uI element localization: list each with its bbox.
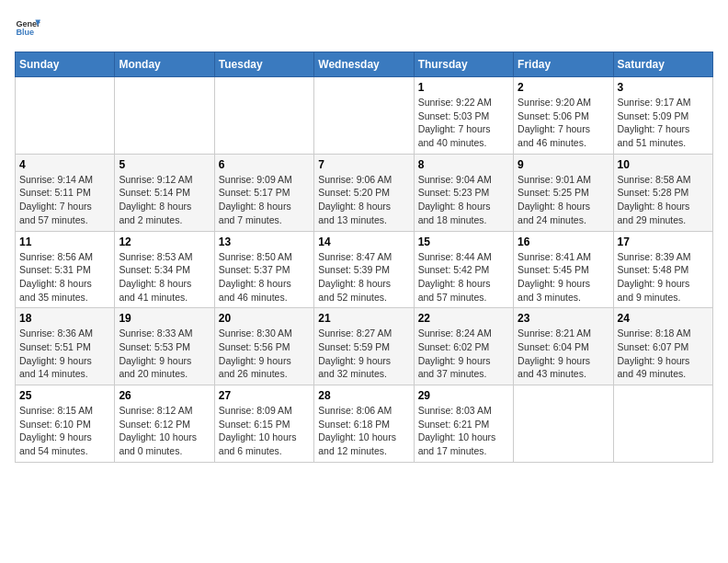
- day-number: 16: [518, 236, 609, 248]
- day-info: Sunrise: 8:15 AM Sunset: 6:10 PM Dayligh…: [19, 404, 110, 458]
- calendar-cell: 27Sunrise: 8:09 AM Sunset: 6:15 PM Dayli…: [214, 385, 313, 463]
- day-info: Sunrise: 8:09 AM Sunset: 6:15 PM Dayligh…: [219, 404, 310, 458]
- day-number: 19: [119, 312, 210, 325]
- calendar-week-3: 11Sunrise: 8:56 AM Sunset: 5:31 PM Dayli…: [16, 231, 713, 308]
- calendar-cell: 3Sunrise: 9:17 AM Sunset: 5:09 PM Daylig…: [613, 77, 712, 155]
- day-number: 27: [219, 389, 310, 402]
- calendar-cell: 25Sunrise: 8:15 AM Sunset: 6:10 PM Dayli…: [16, 385, 115, 463]
- day-info: Sunrise: 9:12 AM Sunset: 5:14 PM Dayligh…: [119, 173, 210, 227]
- calendar-cell: [613, 385, 712, 463]
- day-info: Sunrise: 9:01 AM Sunset: 5:25 PM Dayligh…: [518, 173, 609, 227]
- day-info: Sunrise: 8:03 AM Sunset: 6:21 PM Dayligh…: [418, 404, 509, 458]
- calendar-cell: 23Sunrise: 8:21 AM Sunset: 6:04 PM Dayli…: [514, 308, 613, 385]
- day-info: Sunrise: 8:21 AM Sunset: 6:04 PM Dayligh…: [518, 327, 609, 381]
- day-info: Sunrise: 9:20 AM Sunset: 5:06 PM Dayligh…: [518, 96, 609, 150]
- day-info: Sunrise: 8:44 AM Sunset: 5:42 PM Dayligh…: [418, 250, 509, 304]
- day-number: 25: [19, 389, 110, 402]
- day-info: Sunrise: 9:09 AM Sunset: 5:17 PM Dayligh…: [219, 173, 310, 227]
- calendar-week-2: 4Sunrise: 9:14 AM Sunset: 5:11 PM Daylig…: [16, 154, 713, 231]
- day-number: 24: [618, 312, 709, 325]
- day-info: Sunrise: 8:12 AM Sunset: 6:12 PM Dayligh…: [119, 404, 210, 458]
- calendar-cell: 6Sunrise: 9:09 AM Sunset: 5:17 PM Daylig…: [214, 154, 313, 231]
- weekday-header-wednesday: Wednesday: [314, 52, 414, 77]
- calendar-cell: 26Sunrise: 8:12 AM Sunset: 6:12 PM Dayli…: [115, 385, 214, 463]
- day-number: 26: [119, 389, 210, 402]
- day-number: 28: [318, 389, 409, 402]
- calendar-cell: 4Sunrise: 9:14 AM Sunset: 5:11 PM Daylig…: [16, 154, 115, 231]
- calendar-cell: 7Sunrise: 9:06 AM Sunset: 5:20 PM Daylig…: [314, 154, 414, 231]
- calendar-cell: 16Sunrise: 8:41 AM Sunset: 5:45 PM Dayli…: [514, 231, 613, 308]
- day-info: Sunrise: 9:22 AM Sunset: 5:03 PM Dayligh…: [418, 96, 509, 150]
- day-number: 18: [19, 312, 110, 325]
- day-number: 20: [219, 312, 310, 325]
- day-info: Sunrise: 8:56 AM Sunset: 5:31 PM Dayligh…: [19, 250, 110, 304]
- day-number: 7: [318, 158, 409, 171]
- calendar-cell: 12Sunrise: 8:53 AM Sunset: 5:34 PM Dayli…: [115, 231, 214, 308]
- calendar-cell: 1Sunrise: 9:22 AM Sunset: 5:03 PM Daylig…: [414, 77, 513, 155]
- calendar-cell: 20Sunrise: 8:30 AM Sunset: 5:56 PM Dayli…: [214, 308, 313, 385]
- calendar-cell: 5Sunrise: 9:12 AM Sunset: 5:14 PM Daylig…: [115, 154, 214, 231]
- calendar-cell: 21Sunrise: 8:27 AM Sunset: 5:59 PM Dayli…: [314, 308, 414, 385]
- day-info: Sunrise: 8:39 AM Sunset: 5:48 PM Dayligh…: [618, 250, 709, 304]
- calendar-cell: [16, 77, 115, 155]
- day-info: Sunrise: 8:30 AM Sunset: 5:56 PM Dayligh…: [219, 327, 310, 381]
- calendar-cell: 22Sunrise: 8:24 AM Sunset: 6:02 PM Dayli…: [414, 308, 513, 385]
- day-info: Sunrise: 8:27 AM Sunset: 5:59 PM Dayligh…: [318, 327, 409, 381]
- weekday-header-saturday: Saturday: [613, 52, 712, 77]
- calendar-cell: [214, 77, 313, 155]
- day-info: Sunrise: 8:53 AM Sunset: 5:34 PM Dayligh…: [119, 250, 210, 304]
- logo-icon: General Blue: [15, 15, 40, 40]
- calendar-cell: 2Sunrise: 9:20 AM Sunset: 5:06 PM Daylig…: [514, 77, 613, 155]
- day-info: Sunrise: 9:17 AM Sunset: 5:09 PM Dayligh…: [618, 96, 709, 150]
- calendar-cell: 9Sunrise: 9:01 AM Sunset: 5:25 PM Daylig…: [514, 154, 613, 231]
- calendar-cell: 14Sunrise: 8:47 AM Sunset: 5:39 PM Dayli…: [314, 231, 414, 308]
- day-info: Sunrise: 9:14 AM Sunset: 5:11 PM Dayligh…: [19, 173, 110, 227]
- day-number: 10: [618, 158, 709, 171]
- weekday-header-sunday: Sunday: [16, 52, 115, 77]
- day-number: 6: [219, 158, 310, 171]
- calendar-cell: 18Sunrise: 8:36 AM Sunset: 5:51 PM Dayli…: [16, 308, 115, 385]
- calendar-cell: 11Sunrise: 8:56 AM Sunset: 5:31 PM Dayli…: [16, 231, 115, 308]
- day-number: 9: [518, 158, 609, 171]
- weekday-header-tuesday: Tuesday: [214, 52, 313, 77]
- day-number: 14: [318, 236, 409, 248]
- day-number: 13: [219, 236, 310, 248]
- calendar-cell: 10Sunrise: 8:58 AM Sunset: 5:28 PM Dayli…: [613, 154, 712, 231]
- calendar-cell: [115, 77, 214, 155]
- day-info: Sunrise: 8:33 AM Sunset: 5:53 PM Dayligh…: [119, 327, 210, 381]
- calendar-cell: 24Sunrise: 8:18 AM Sunset: 6:07 PM Dayli…: [613, 308, 712, 385]
- weekday-header-monday: Monday: [115, 52, 214, 77]
- day-info: Sunrise: 8:18 AM Sunset: 6:07 PM Dayligh…: [618, 327, 709, 381]
- day-info: Sunrise: 8:47 AM Sunset: 5:39 PM Dayligh…: [318, 250, 409, 304]
- calendar-cell: 17Sunrise: 8:39 AM Sunset: 5:48 PM Dayli…: [613, 231, 712, 308]
- day-info: Sunrise: 8:58 AM Sunset: 5:28 PM Dayligh…: [618, 173, 709, 227]
- calendar-cell: 8Sunrise: 9:04 AM Sunset: 5:23 PM Daylig…: [414, 154, 513, 231]
- day-number: 21: [318, 312, 409, 325]
- day-number: 11: [19, 236, 110, 248]
- calendar-cell: 13Sunrise: 8:50 AM Sunset: 5:37 PM Dayli…: [214, 231, 313, 308]
- day-number: 5: [119, 158, 210, 171]
- calendar-cell: [514, 385, 613, 463]
- calendar-cell: 29Sunrise: 8:03 AM Sunset: 6:21 PM Dayli…: [414, 385, 513, 463]
- day-number: 2: [518, 81, 609, 94]
- day-info: Sunrise: 9:04 AM Sunset: 5:23 PM Dayligh…: [418, 173, 509, 227]
- day-number: 12: [119, 236, 210, 248]
- day-info: Sunrise: 8:41 AM Sunset: 5:45 PM Dayligh…: [518, 250, 609, 304]
- day-number: 1: [418, 81, 509, 94]
- calendar-cell: 28Sunrise: 8:06 AM Sunset: 6:18 PM Dayli…: [314, 385, 414, 463]
- day-number: 29: [418, 389, 509, 402]
- logo: General Blue: [15, 15, 44, 40]
- day-number: 3: [618, 81, 709, 94]
- calendar-cell: 15Sunrise: 8:44 AM Sunset: 5:42 PM Dayli…: [414, 231, 513, 308]
- weekday-header-thursday: Thursday: [414, 52, 513, 77]
- calendar-week-5: 25Sunrise: 8:15 AM Sunset: 6:10 PM Dayli…: [16, 385, 713, 463]
- calendar-table: SundayMondayTuesdayWednesdayThursdayFrid…: [15, 52, 713, 463]
- calendar-week-4: 18Sunrise: 8:36 AM Sunset: 5:51 PM Dayli…: [16, 308, 713, 385]
- calendar-cell: 19Sunrise: 8:33 AM Sunset: 5:53 PM Dayli…: [115, 308, 214, 385]
- day-number: 22: [418, 312, 509, 325]
- day-info: Sunrise: 8:36 AM Sunset: 5:51 PM Dayligh…: [19, 327, 110, 381]
- weekday-header-row: SundayMondayTuesdayWednesdayThursdayFrid…: [16, 52, 713, 77]
- page-header: General Blue: [15, 15, 713, 40]
- day-info: Sunrise: 8:50 AM Sunset: 5:37 PM Dayligh…: [219, 250, 310, 304]
- calendar-week-1: 1Sunrise: 9:22 AM Sunset: 5:03 PM Daylig…: [16, 77, 713, 155]
